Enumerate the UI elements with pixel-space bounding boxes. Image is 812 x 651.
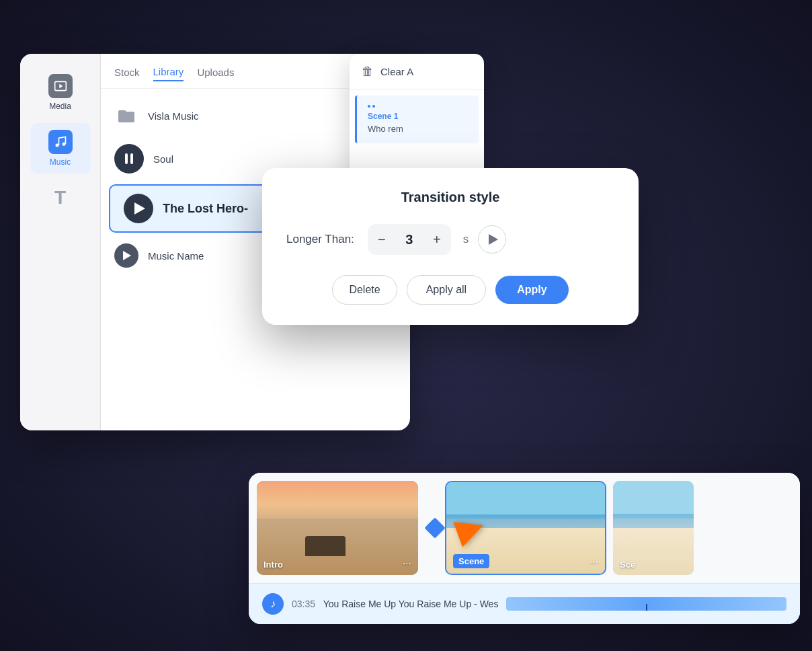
svg-point-3: [62, 143, 65, 146]
music-track-bar: ♪ 03:35 You Raise Me Up You Raise Me Up …: [249, 583, 800, 624]
play-icon: [134, 202, 145, 215]
scene-item[interactable]: Scene 1 Who rem: [355, 95, 479, 143]
apply-all-button[interactable]: Apply all: [407, 275, 486, 305]
track-soul-label: Soul: [153, 153, 173, 165]
folder-name-visla: Visla Music: [148, 110, 199, 122]
scene-dots: [368, 105, 468, 108]
sidebar-item-music[interactable]: Music: [30, 123, 91, 174]
text-icon: T: [48, 186, 73, 210]
van-shape: [305, 536, 346, 556]
music-note-icon: ♪: [262, 593, 284, 615]
media-icon: [48, 74, 73, 98]
trash-icon: 🗑: [362, 65, 374, 79]
track-title-hero: The Lost Hero-: [163, 202, 248, 216]
preview-play-button[interactable]: [478, 225, 506, 254]
sidebar-item-text[interactable]: T: [30, 179, 91, 217]
cursor-arrow: [457, 516, 484, 543]
svg-point-2: [55, 144, 58, 147]
transition-modal: Transition style Longer Than: − 3 + s De…: [262, 168, 639, 325]
track-name: You Raise Me Up You Raise Me Up - Wes: [323, 599, 499, 609]
play-button-hero[interactable]: [124, 194, 153, 223]
music-waveform[interactable]: [506, 597, 786, 611]
transition-connector[interactable]: [425, 481, 445, 575]
preview-play-icon: [489, 234, 498, 245]
sidebar: Media Music T: [20, 54, 101, 430]
sidebar-music-label: Music: [50, 157, 71, 167]
clip-scene-label: Scene: [453, 554, 489, 568]
sidebar-item-media[interactable]: Media: [30, 67, 91, 118]
arrow-shape: [453, 512, 487, 547]
stepper-container: − 3 +: [368, 224, 451, 255]
svg-marker-1: [59, 84, 63, 89]
apply-button[interactable]: Apply: [495, 276, 568, 304]
tab-stock[interactable]: Stock: [114, 67, 140, 81]
pause-button-soul[interactable]: [114, 144, 144, 174]
timeline-clips: Intro ··· Scene ··· Sce: [249, 473, 800, 583]
stepper-plus-button[interactable]: +: [423, 224, 451, 255]
longer-than-row: Longer Than: − 3 + s: [286, 224, 614, 255]
tab-uploads[interactable]: Uploads: [197, 67, 234, 81]
clear-label: Clear A: [380, 66, 413, 77]
modal-actions: Delete Apply all Apply: [286, 275, 614, 305]
stepper-minus-button[interactable]: −: [368, 224, 396, 255]
beach-water-2: [613, 514, 694, 528]
clip-intro-label: Intro: [263, 560, 283, 570]
music-icon: [48, 130, 73, 154]
clear-button[interactable]: 🗑 Clear A: [350, 54, 484, 90]
clip-scene-menu[interactable]: ···: [590, 556, 598, 568]
tab-library[interactable]: Library: [153, 66, 184, 81]
folder-icon: [114, 104, 138, 128]
stepper-value: 3: [396, 232, 423, 247]
modal-title: Transition style: [286, 190, 614, 205]
waveform-playhead: [646, 604, 647, 611]
clip-intro[interactable]: Intro ···: [257, 481, 418, 575]
clip-next-label: Sce: [620, 560, 635, 570]
scene-description: Who rem: [368, 124, 468, 134]
sidebar-media-label: Media: [49, 102, 71, 111]
delete-button[interactable]: Delete: [332, 275, 397, 305]
pause-icon: [125, 153, 133, 164]
clip-intro-menu[interactable]: ···: [403, 558, 411, 570]
clip-next[interactable]: Sce: [613, 481, 694, 575]
transition-diamond: [424, 517, 445, 538]
play-icon-sm: [123, 251, 131, 260]
play-button-name[interactable]: [114, 243, 138, 268]
track-time: 03:35: [292, 599, 315, 609]
unit-label: s: [463, 233, 469, 246]
track-music-name: Music Name: [148, 250, 204, 262]
music-track-time: 03:35 You Raise Me Up You Raise Me Up - …: [292, 599, 498, 609]
longer-than-label: Longer Than:: [286, 233, 354, 246]
timeline-panel: Intro ··· Scene ··· Sce ♪ 03:35 You Rai: [249, 473, 800, 624]
scene-label: Scene 1: [368, 112, 468, 121]
